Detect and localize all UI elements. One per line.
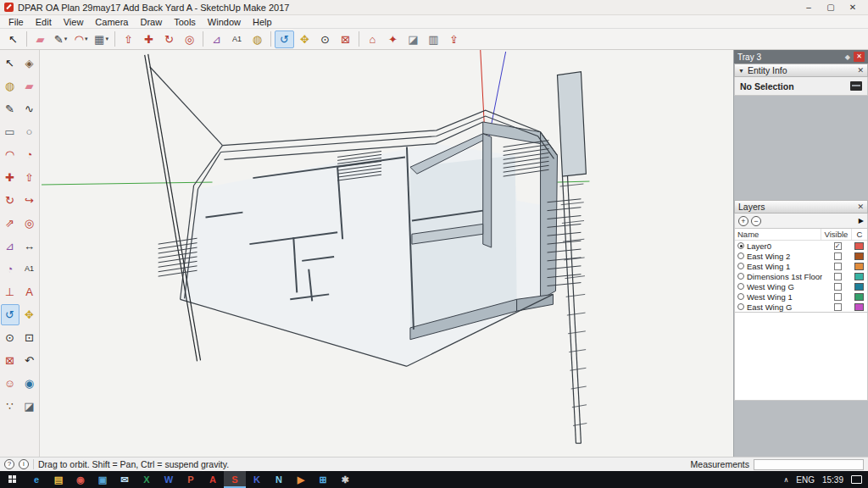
- zoom-window-tool-button[interactable]: ⊡: [20, 327, 39, 348]
- tray-close-icon[interactable]: ✕: [854, 52, 865, 62]
- column-header-name[interactable]: Name: [735, 229, 821, 240]
- entity-info-header[interactable]: ▼ Entity Info ✕: [734, 64, 868, 77]
- layer-color-swatch[interactable]: [854, 273, 864, 280]
- viewport-3d[interactable]: [40, 50, 733, 457]
- axes-tool-button[interactable]: ⊥: [1, 281, 19, 302]
- tray-overflow-arrow-icon[interactable]: ∧: [783, 476, 788, 484]
- pie-tool-button[interactable]: ◔: [20, 144, 39, 165]
- collapse-triangle-icon[interactable]: ▼: [738, 68, 744, 74]
- layer-row[interactable]: West Wing 1: [735, 291, 867, 302]
- menu-camera[interactable]: Camera: [89, 17, 134, 27]
- styles-tool-button[interactable]: ▥: [424, 30, 443, 48]
- language-indicator[interactable]: ENG: [796, 475, 815, 485]
- column-header-visible[interactable]: Visible: [821, 229, 852, 240]
- rotate-tool-button[interactable]: ↻: [159, 30, 179, 48]
- dropdown-arrow-icon[interactable]: ▾: [64, 36, 68, 42]
- action-center-icon[interactable]: [851, 475, 862, 484]
- pan-tool-button[interactable]: ✥: [20, 304, 39, 325]
- layer-radio[interactable]: [737, 273, 744, 280]
- taskbar-powerpoint[interactable]: P: [180, 471, 202, 488]
- offset-tool-button[interactable]: ◎: [20, 213, 39, 234]
- layer-row[interactable]: Layer0✓: [735, 241, 867, 251]
- zoom-extents-tool-button[interactable]: ⊠: [1, 350, 19, 371]
- arc-tool-button[interactable]: ◠▾: [71, 30, 91, 48]
- move-tool-button[interactable]: ✚: [139, 30, 159, 48]
- offset-tool-button[interactable]: ◎: [180, 30, 199, 48]
- push-pull-tool-button[interactable]: ⇧: [119, 30, 138, 48]
- menu-tools[interactable]: Tools: [168, 17, 202, 27]
- rectangle-tool-button[interactable]: ▦▾: [92, 30, 111, 48]
- share-model-tool-button[interactable]: ⇪: [444, 30, 464, 48]
- layer-row[interactable]: West Wing G: [735, 281, 867, 291]
- section-plane-tool-button[interactable]: ◪: [403, 30, 423, 48]
- layer-radio[interactable]: [737, 252, 744, 259]
- menu-help[interactable]: Help: [247, 17, 278, 27]
- remove-layer-button[interactable]: −: [751, 216, 761, 226]
- layer-radio[interactable]: [737, 283, 744, 290]
- layer-visible-checkbox[interactable]: [834, 293, 842, 301]
- layer-color-swatch[interactable]: [854, 283, 864, 291]
- layer-color-swatch[interactable]: [854, 242, 864, 250]
- layer-visible-checkbox[interactable]: [834, 252, 842, 260]
- dropdown-arrow-icon[interactable]: ▾: [85, 36, 88, 42]
- make-component-tool-button[interactable]: ◈: [20, 53, 39, 74]
- walk-tool-button[interactable]: ∵: [1, 396, 19, 417]
- taskbar-kicad[interactable]: K: [246, 471, 268, 488]
- layer-row[interactable]: Dimensions 1st Floor: [735, 271, 867, 281]
- tape-measure-tool-button[interactable]: ⊿: [207, 30, 226, 48]
- zoom-tool-button[interactable]: ⊙: [1, 327, 19, 348]
- taskbar-settings[interactable]: ✱: [334, 471, 356, 488]
- layer-row[interactable]: East Wing G: [735, 302, 867, 312]
- extension-warehouse-tool-button[interactable]: ✦: [383, 30, 403, 48]
- previous-tool-button[interactable]: ↶: [20, 350, 39, 371]
- paint-bucket-tool-button[interactable]: ◍: [1, 75, 19, 97]
- scale-tool-button[interactable]: ⇗: [1, 213, 19, 234]
- layers-detail-arrow-icon[interactable]: ▶: [859, 217, 864, 225]
- layers-close-icon[interactable]: ✕: [857, 202, 864, 211]
- layer-radio[interactable]: [737, 263, 744, 269]
- measurements-input[interactable]: [754, 459, 864, 470]
- credits-icon[interactable]: i: [19, 459, 29, 469]
- menu-edit[interactable]: Edit: [30, 17, 58, 27]
- menu-file[interactable]: File: [3, 17, 30, 27]
- dropdown-arrow-icon[interactable]: ▾: [105, 36, 108, 42]
- layer-visible-checkbox[interactable]: [834, 273, 842, 280]
- eraser-tool-button[interactable]: ▰: [31, 30, 50, 48]
- taskbar-notepad[interactable]: N: [268, 471, 290, 488]
- model-canvas[interactable]: [40, 50, 733, 457]
- layer-radio[interactable]: [737, 242, 744, 249]
- line-tool-button[interactable]: ✎: [1, 98, 19, 119]
- position-camera-tool-button[interactable]: ☺: [1, 373, 19, 394]
- menu-window[interactable]: Window: [202, 17, 247, 27]
- select-tool-button[interactable]: ↖: [3, 30, 23, 48]
- clock[interactable]: 15:39: [822, 475, 843, 485]
- text-tool-button[interactable]: A1: [20, 258, 39, 280]
- eraser-tool-button[interactable]: ▰: [20, 75, 39, 97]
- taskbar-chrome[interactable]: ◉: [70, 471, 92, 488]
- rotate-tool-button[interactable]: ↻: [1, 190, 19, 211]
- layers-header[interactable]: Layers ✕: [734, 200, 868, 214]
- layer-row[interactable]: East Wing 1: [735, 261, 867, 271]
- taskbar-word[interactable]: W: [158, 471, 180, 488]
- layer-color-swatch[interactable]: [854, 252, 864, 260]
- taskbar-excel[interactable]: X: [136, 471, 158, 488]
- layer-color-swatch[interactable]: [854, 293, 864, 301]
- pin-icon[interactable]: ◆: [845, 53, 850, 61]
- freehand-tool-button[interactable]: ∿: [20, 98, 39, 119]
- arc-tool-button[interactable]: ◠: [1, 144, 19, 165]
- layer-radio[interactable]: [737, 303, 744, 310]
- taskbar-sketchup[interactable]: S: [224, 471, 246, 488]
- circle-tool-button[interactable]: ○: [20, 121, 39, 142]
- look-around-tool-button[interactable]: ◉: [20, 373, 39, 394]
- entity-info-close-icon[interactable]: ✕: [857, 66, 864, 75]
- pan-tool-button[interactable]: ✥: [295, 30, 314, 48]
- taskbar-media-player[interactable]: ▶: [290, 471, 312, 488]
- 3d-warehouse-tool-button[interactable]: ⌂: [363, 30, 382, 48]
- geolocation-icon[interactable]: ?: [4, 459, 14, 469]
- select-tool-button[interactable]: ↖: [1, 53, 19, 74]
- orbit-tool-button[interactable]: ↺: [275, 30, 294, 48]
- taskbar-photos[interactable]: ▣: [92, 471, 114, 488]
- push-pull-tool-button[interactable]: ⇧: [20, 167, 39, 188]
- taskbar-mail[interactable]: ✉: [114, 471, 136, 488]
- menu-view[interactable]: View: [58, 17, 90, 27]
